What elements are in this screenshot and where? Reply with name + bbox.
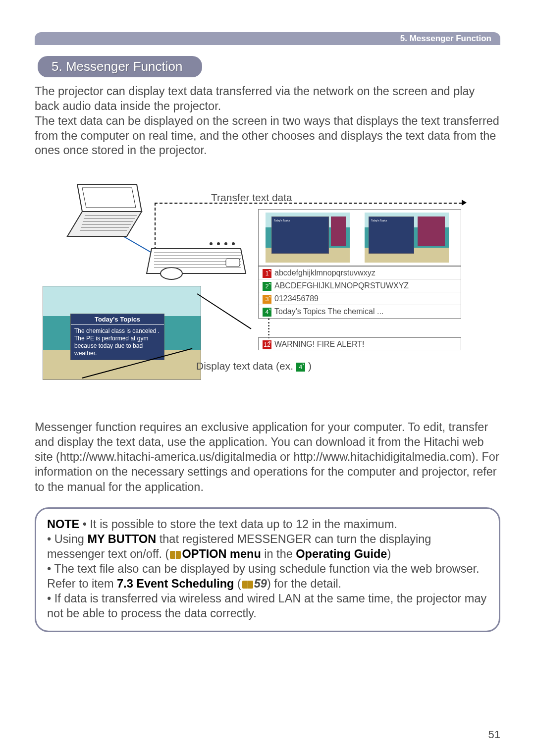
svg-point-20 [232, 242, 235, 245]
projection-card-title: Today's Topics [71, 314, 164, 325]
note-b2a: • Using [47, 533, 87, 545]
note-b3b: ( [234, 577, 241, 590]
display-text-label: Display text data (ex. 4) [196, 360, 312, 372]
book-icon [170, 551, 181, 559]
svg-point-19 [224, 242, 227, 245]
event-scheduling-label: 7.3 Event Scheduling [117, 577, 234, 590]
badge-icon: 4 [296, 363, 305, 372]
svg-point-10 [160, 268, 182, 279]
note-b4: • If data is transferred via wireless an… [47, 592, 486, 620]
projection-card: Today's Topics The chemical class is can… [70, 314, 164, 360]
badge-icon: 4 [263, 308, 271, 317]
page-number: 51 [488, 728, 500, 741]
ellipsis-dots [268, 319, 269, 338]
note-box: NOTE • It is possible to store the text … [35, 507, 500, 633]
projection-card-body: The chemical class is canceled .The PE i… [71, 325, 164, 360]
note-b3c: ) for the detail. [267, 577, 341, 590]
thumb-big-card: Today's Topics [271, 216, 329, 254]
my-button-label: MY BUTTON [87, 533, 156, 545]
svg-point-18 [217, 242, 220, 245]
projection-beam-line [197, 293, 251, 329]
message-row: 2ABCDEFGHIJKLMNOPQRSTUWXYZ [259, 279, 461, 292]
section-title-pill: 5. Messenger Function [38, 56, 202, 77]
projection-screen: Today's Topics The chemical class is can… [43, 286, 201, 380]
message-list: 1abcdefghijklmnopqrstuvwxyz 2ABCDEFGHIJK… [258, 266, 461, 319]
message-text: Today's Topics The chemical ... [274, 307, 383, 316]
screen-thumbnails: Today's Topics Today's Topics [258, 209, 461, 266]
thumb-small-card [418, 216, 445, 246]
body-paragraph: Messenger function requires an exclusive… [35, 420, 500, 494]
note-b1: • It is possible to store the text data … [79, 518, 397, 531]
display-label-suffix: ) [308, 360, 312, 372]
note-b2c: in the [261, 547, 296, 560]
display-label-prefix: Display text data (ex. [196, 360, 296, 372]
arrow-across [155, 203, 462, 204]
header-breadcrumb: 5. Messenger Function [35, 32, 500, 45]
badge-icon: 1 [263, 269, 271, 278]
message-row: 30123456789 [259, 292, 461, 305]
message-text: ABCDEFGHIJKLMNOPQRSTUWXYZ [274, 281, 409, 290]
laptop-illustration [62, 182, 147, 241]
message-text: abcdefghijklmnopqrstuvwxyz [274, 269, 375, 277]
warning-row: 12WARNING! FIRE ALERT! [258, 337, 461, 350]
intro-paragraphs: The projector can display text data tran… [35, 84, 500, 158]
badge-icon: 3 [263, 295, 271, 304]
note-b2d: ) [387, 547, 391, 560]
transfer-text-label: Transfer text data [211, 192, 292, 204]
note-label: NOTE [47, 518, 79, 531]
diagram-area: Transfer text data Today's Topics Today'… [43, 172, 492, 395]
svg-point-17 [210, 242, 213, 245]
thumb-small-card [331, 216, 346, 246]
operating-guide-label: Operating Guide [296, 547, 387, 560]
arrow-head-icon [462, 200, 467, 206]
svg-marker-1 [82, 188, 136, 208]
screen-thumb-1: Today's Topics [266, 213, 350, 263]
badge-icon: 2 [263, 282, 271, 291]
message-row: 4Today's Topics The chemical ... [259, 305, 461, 318]
svg-rect-21 [226, 259, 240, 267]
projector-illustration [142, 239, 251, 290]
intro-p2: The text data can be displayed on the sc… [35, 114, 499, 157]
option-menu-label: OPTION menu [182, 547, 261, 560]
thumb-big-card: Today's Topics [369, 216, 414, 254]
page-ref: 59 [254, 577, 267, 590]
message-row: 1abcdefghijklmnopqrstuvwxyz [259, 267, 461, 279]
message-text: 0123456789 [274, 294, 319, 303]
warning-text: WARNING! FIRE ALERT! [274, 340, 364, 348]
intro-p1: The projector can display text data tran… [35, 85, 475, 112]
badge-icon: 12 [263, 340, 271, 349]
book-icon [242, 581, 253, 589]
screen-thumb-2: Today's Topics [365, 213, 449, 263]
